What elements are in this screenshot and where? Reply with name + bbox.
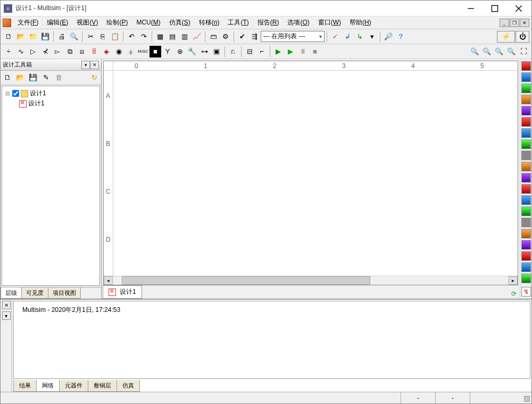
- print-preview-button[interactable]: 🔍: [68, 31, 80, 43]
- menu-s[interactable]: 仿真(S): [165, 17, 195, 28]
- spreadsheet-log[interactable]: Multisim - 2020年2月1日, 17:24:53: [13, 301, 530, 379]
- tektronix-scope-button[interactable]: [521, 251, 531, 261]
- place-advanced-button[interactable]: ■: [149, 46, 161, 57]
- menu-p[interactable]: 绘制(P): [102, 17, 132, 28]
- toolbox-close-button[interactable]: ✕: [90, 61, 99, 69]
- options-button[interactable]: ▾: [366, 31, 378, 43]
- place-electromech-button[interactable]: ⊕: [174, 46, 186, 57]
- place-cmos-button[interactable]: ⧇: [76, 46, 88, 57]
- place-diode-button[interactable]: ▷: [27, 46, 39, 57]
- save-button[interactable]: 💾: [39, 31, 51, 43]
- back-annotate-button[interactable]: ↲: [342, 31, 353, 43]
- tab-project-view[interactable]: 项目视图: [48, 287, 81, 299]
- place-transistor-button[interactable]: ⊀: [39, 46, 51, 57]
- menu-m[interactable]: MCU(M): [132, 17, 164, 28]
- toolbox-new-button[interactable]: 🗋: [2, 72, 13, 84]
- probe-toggle-button[interactable]: ⚡: [497, 31, 515, 43]
- menu-t[interactable]: 工具(T): [223, 17, 253, 28]
- current-probe-button[interactable]: ↯: [521, 287, 531, 296]
- forward-annotate-button[interactable]: ↳: [354, 31, 365, 43]
- place-basic-button[interactable]: ∿: [15, 46, 27, 57]
- print-button[interactable]: 🖨: [56, 31, 68, 43]
- new-button[interactable]: 🗋: [3, 31, 14, 43]
- bus-button[interactable]: ⊟: [244, 46, 255, 57]
- tree-root-checkbox[interactable]: [12, 90, 19, 97]
- menu-f[interactable]: 文件(F): [13, 17, 43, 28]
- place-mixed-button[interactable]: ◈: [101, 46, 112, 57]
- mdi-close-button[interactable]: ✕: [520, 19, 529, 27]
- tree-root-node[interactable]: ⊟ 设计1: [4, 88, 97, 98]
- agilent-scope-button[interactable]: [521, 240, 531, 250]
- menu-n[interactable]: 转移(n): [195, 17, 224, 28]
- tab-results[interactable]: 结果: [13, 380, 37, 392]
- menu-e[interactable]: 编辑(E): [43, 17, 72, 28]
- agilent-mm-button[interactable]: [521, 229, 531, 238]
- zoom-in-button[interactable]: 🔍: [469, 46, 480, 57]
- place-misc-digital-button[interactable]: 🎚: [88, 46, 100, 57]
- toggle-netlist-button[interactable]: ▥: [179, 31, 190, 43]
- resize-grip-icon[interactable]: ▨: [523, 394, 529, 402]
- ni-elvis-button[interactable]: [521, 274, 531, 283]
- iv-analyzer-button[interactable]: [521, 173, 531, 183]
- toolbox-delete-button[interactable]: 🗑: [53, 72, 64, 84]
- maximize-button[interactable]: [483, 1, 506, 16]
- word-generator-button[interactable]: [521, 139, 531, 149]
- stop-button[interactable]: ■: [309, 46, 321, 57]
- spectrum-analyzer-button[interactable]: [521, 195, 531, 205]
- open-button[interactable]: 📂: [15, 31, 27, 43]
- place-indicator-button[interactable]: ◉: [113, 46, 124, 57]
- place-power-button[interactable]: ⏚: [125, 46, 137, 57]
- function-generator-button[interactable]: [521, 72, 531, 82]
- expand-icon[interactable]: ⊟: [4, 90, 11, 96]
- postprocessor-button[interactable]: ⇶: [248, 31, 260, 43]
- cut-button[interactable]: ✂: [85, 31, 96, 43]
- mdi-minimize-button[interactable]: _: [500, 19, 509, 27]
- spreadsheet-dropdown-button[interactable]: ▾: [2, 311, 11, 320]
- oscilloscope-button[interactable]: [521, 95, 531, 104]
- menu-w[interactable]: 窗口(W): [314, 17, 345, 28]
- grapher-button[interactable]: 📈: [191, 31, 203, 43]
- refresh-icon[interactable]: ⟳: [509, 289, 519, 299]
- tree-child-node[interactable]: 设计1: [4, 98, 97, 109]
- sim-switch-button[interactable]: ⏻: [516, 31, 529, 43]
- multimeter-button[interactable]: [521, 61, 531, 71]
- menu-r[interactable]: 报告(R): [253, 17, 284, 28]
- toolbox-refresh-button[interactable]: ↻: [88, 72, 100, 84]
- tab-visibility[interactable]: 可见度: [21, 287, 48, 299]
- find-button[interactable]: 🔎: [383, 31, 394, 43]
- toolbox-save-button[interactable]: 💾: [27, 72, 39, 84]
- distortion-analyzer-button[interactable]: [521, 184, 531, 194]
- interactive-button[interactable]: ▶: [272, 46, 284, 57]
- junction-button[interactable]: ⌐: [256, 46, 268, 57]
- place-ni-button[interactable]: 🔧: [186, 46, 198, 57]
- horizontal-scrollbar[interactable]: ◂ ▸: [104, 276, 518, 285]
- toolbox-open-button[interactable]: 📂: [14, 72, 26, 84]
- place-connector-button[interactable]: ⊶: [198, 46, 210, 57]
- place-misc-button[interactable]: MISC: [137, 46, 149, 57]
- toggle-spreadsheet-button[interactable]: ▤: [167, 31, 178, 43]
- spreadsheet-close-button[interactable]: ✕: [2, 301, 11, 309]
- scroll-left-button[interactable]: ◂: [104, 276, 113, 285]
- logic-converter-button[interactable]: [521, 162, 531, 171]
- component-wizard-button[interactable]: ⚙: [220, 31, 231, 43]
- toolbox-rename-button[interactable]: ✎: [40, 72, 52, 84]
- labview-button[interactable]: [521, 262, 531, 272]
- fullscreen-button[interactable]: ⛶: [518, 46, 529, 57]
- place-source-button[interactable]: ÷: [3, 46, 14, 57]
- zoom-out-button[interactable]: 🔍: [481, 46, 493, 57]
- hierarchy-button[interactable]: ⎌: [227, 46, 239, 57]
- help-button[interactable]: ?: [395, 31, 406, 43]
- undo-button[interactable]: ↶: [126, 31, 137, 43]
- close-button[interactable]: [506, 1, 530, 16]
- minimize-button[interactable]: [459, 1, 483, 16]
- wattmeter-button[interactable]: [521, 84, 531, 93]
- tab-nets[interactable]: 网络: [36, 380, 60, 392]
- document-tab[interactable]: 设计1: [103, 285, 142, 299]
- logic-analyzer-button[interactable]: [521, 151, 531, 160]
- design-tree[interactable]: ⊟ 设计1 设计1: [2, 86, 100, 286]
- toggle-grid-button[interactable]: ▦: [154, 31, 166, 43]
- open-design-button[interactable]: 📁: [27, 31, 39, 43]
- toolbox-dropdown-button[interactable]: ▾: [81, 61, 90, 69]
- frequency-counter-button[interactable]: [521, 128, 531, 138]
- copy-button[interactable]: ⎘: [97, 31, 109, 43]
